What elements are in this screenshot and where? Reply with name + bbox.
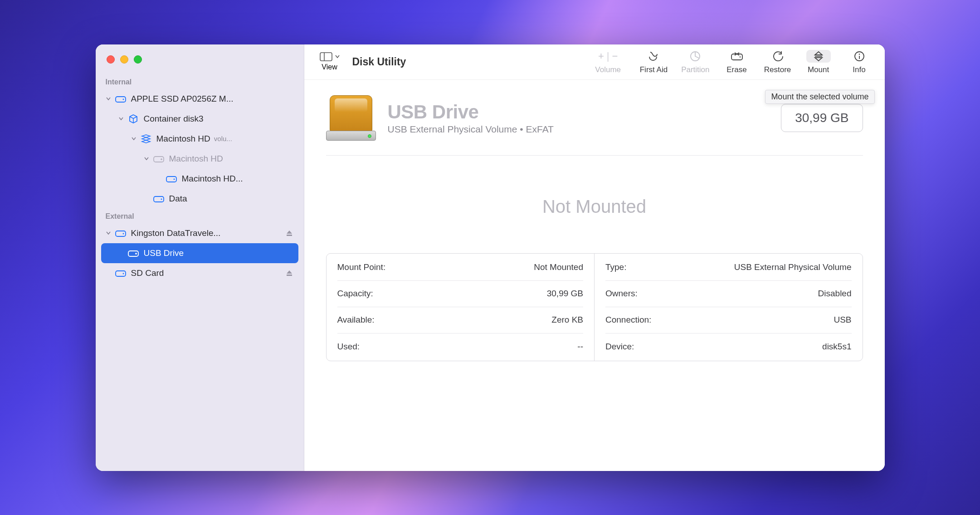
volume-button: +|−Volume (590, 49, 626, 74)
info-value: USB External Physical Volume (734, 262, 852, 272)
mount-tooltip: Mount the selected volume (765, 90, 874, 104)
disclosure-triangle-icon[interactable] (105, 97, 112, 101)
capacity-badge: 30,99 GB (781, 104, 863, 132)
disk-dim-icon (127, 248, 139, 258)
info-key: Capacity: (337, 289, 373, 299)
minimize-window-button[interactable] (120, 55, 128, 64)
disk-icon (166, 174, 177, 184)
svg-point-20 (739, 56, 741, 58)
volume-info-table: Mount Point:Not MountedCapacity:30,99 GB… (326, 253, 863, 361)
toolbar-button-label: First Aid (640, 65, 668, 74)
sidebar-item-label: Data (169, 194, 187, 204)
info-row: Connection:USB (605, 307, 852, 334)
sidebar-item[interactable]: SD Card (101, 263, 298, 283)
restore-icon (772, 50, 783, 63)
info-row: Device:disk5s1 (605, 334, 852, 360)
info-key: Used: (337, 342, 360, 352)
svg-point-25 (858, 54, 860, 55)
sidebar-item[interactable]: Macintosh HD (101, 149, 298, 169)
volume-icon: +|− (598, 50, 618, 63)
info-value: disk5s1 (822, 342, 851, 352)
svg-point-12 (135, 253, 137, 254)
firstaid-button[interactable]: First Aid (640, 49, 668, 74)
info-row: Mount Point:Not Mounted (337, 255, 584, 281)
sidebar-item-label: Macintosh HD... (182, 174, 243, 184)
info-row: Type:USB External Physical Volume (605, 255, 852, 281)
sidebar-section-header: External (101, 209, 298, 223)
info-value: Disabled (818, 289, 852, 299)
svg-point-7 (161, 198, 162, 200)
disk-icon (115, 268, 127, 278)
sidebar-item[interactable]: Macintosh HD... (101, 169, 298, 189)
toolbar-button-label: Restore (764, 65, 791, 74)
divider (326, 155, 863, 156)
sidebar-item[interactable]: USB Drive (101, 243, 298, 263)
restore-button[interactable]: Restore (764, 49, 791, 74)
sidebar-item-label: APPLE SSD AP0256Z M... (131, 94, 234, 104)
partition-button: Partition (681, 49, 709, 74)
disk-icon (153, 194, 165, 204)
info-row: Owners:Disabled (605, 281, 852, 307)
svg-point-3 (161, 158, 162, 160)
window-title: Disk Utility (352, 56, 406, 68)
disk-dim-icon (153, 154, 165, 164)
close-window-button[interactable] (107, 55, 115, 64)
container-icon (127, 114, 139, 124)
sidebar-item[interactable]: APPLE SSD AP0256Z M... (101, 89, 298, 109)
info-value: -- (577, 342, 583, 352)
sidebar-item-label: Container disk3 (144, 114, 204, 124)
sidebar-item-label: USB Drive (144, 248, 184, 258)
disclosure-triangle-icon[interactable] (143, 157, 150, 161)
zoom-window-button[interactable] (134, 55, 142, 64)
mount-icon (806, 50, 831, 63)
sidebar-item[interactable]: Container disk3 (101, 109, 298, 129)
eject-icon[interactable] (286, 230, 295, 237)
sidebar-item[interactable]: Kingston DataTravele... (101, 223, 298, 243)
sidebar-item-label: SD Card (131, 268, 164, 278)
mount-button[interactable]: Mount (805, 49, 832, 74)
svg-rect-16 (320, 53, 332, 61)
firstaid-icon (648, 50, 659, 63)
info-key: Mount Point: (337, 262, 386, 272)
toolbar-button-label: Mount (808, 65, 829, 74)
info-row: Available:Zero KB (337, 307, 584, 334)
svg-rect-4 (166, 177, 176, 182)
volume-subtitle: USB External Physical Volume • ExFAT (388, 124, 554, 135)
window-controls (96, 53, 304, 74)
view-label: View (322, 63, 337, 71)
svg-rect-6 (154, 196, 164, 202)
svg-point-9 (122, 233, 124, 234)
sidebar-item[interactable]: Macintosh HDvolu... (101, 129, 298, 149)
disclosure-triangle-icon[interactable] (105, 231, 112, 235)
disclosure-triangle-icon[interactable] (130, 137, 137, 141)
eject-icon[interactable] (286, 270, 295, 277)
sidebar-item-sublabel: volu... (214, 135, 232, 142)
info-button[interactable]: Info (846, 49, 873, 74)
toolbar-button-label: Volume (595, 65, 621, 74)
external-drive-icon (326, 95, 376, 141)
disclosure-triangle-icon[interactable] (117, 117, 125, 121)
svg-rect-8 (116, 231, 126, 236)
info-value: Zero KB (551, 315, 583, 325)
info-key: Type: (605, 262, 626, 272)
view-menu-button[interactable]: View (316, 52, 343, 71)
toolbar-button-label: Info (853, 65, 865, 74)
svg-rect-13 (116, 271, 126, 276)
toolbar-button-label: Partition (681, 65, 709, 74)
info-value: USB (834, 315, 851, 325)
info-value: Not Mounted (534, 262, 583, 272)
erase-button[interactable]: Erase (723, 49, 751, 74)
info-row: Capacity:30,99 GB (337, 281, 584, 307)
info-row: Used:-- (337, 334, 584, 360)
sidebar-item-label: Macintosh HD (169, 154, 223, 164)
toolbar: View Disk Utility +|−VolumeFirst AidPart… (304, 44, 885, 80)
svg-rect-15 (287, 275, 292, 276)
info-key: Owners: (605, 289, 638, 299)
info-key: Device: (605, 342, 634, 352)
info-value: 30,99 GB (547, 289, 583, 299)
svg-point-5 (173, 178, 175, 180)
svg-point-1 (122, 98, 124, 100)
info-key: Connection: (605, 315, 651, 325)
sidebar-item[interactable]: Data (101, 189, 298, 209)
svg-rect-0 (116, 97, 126, 102)
